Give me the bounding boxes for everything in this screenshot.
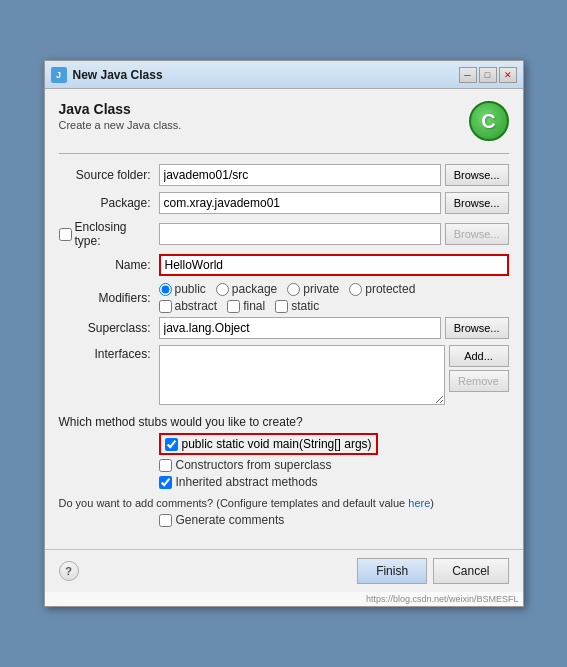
footer-right: Finish Cancel [357, 558, 508, 584]
source-folder-row: Source folder: Browse... [59, 164, 509, 186]
stub-superclass-item: Constructors from superclass [159, 458, 509, 472]
title-bar: J New Java Class ─ □ ✕ [45, 61, 523, 89]
modifier-private-radio[interactable] [287, 283, 300, 296]
window-title: New Java Class [73, 68, 459, 82]
superclass-browse-button[interactable]: Browse... [445, 317, 509, 339]
modifier-protected: protected [349, 282, 415, 296]
modifier-private-label: private [303, 282, 339, 296]
comments-question-line: Do you want to add comments? (Configure … [59, 497, 509, 509]
modifier-abstract: abstract [159, 299, 218, 313]
modifier-public-label: public [175, 282, 206, 296]
cancel-button[interactable]: Cancel [433, 558, 508, 584]
superclass-row: Superclass: Browse... [59, 317, 509, 339]
source-folder-input[interactable] [159, 164, 441, 186]
finish-button[interactable]: Finish [357, 558, 427, 584]
name-label: Name: [59, 258, 159, 272]
dialog-title: Java Class [59, 101, 182, 117]
stub-superclass-label: Constructors from superclass [176, 458, 332, 472]
package-input[interactable] [159, 192, 441, 214]
maximize-button[interactable]: □ [479, 67, 497, 83]
source-folder-label: Source folder: [59, 168, 159, 182]
interfaces-row: Interfaces: Add... Remove [59, 345, 509, 405]
header-text: Java Class Create a new Java class. [59, 101, 182, 131]
modifiers-checkbox-group: abstract final static [159, 299, 416, 313]
comments-question-prefix: Do you want to add comments? (Configure … [59, 497, 409, 509]
minimize-button[interactable]: ─ [459, 67, 477, 83]
modifier-static-checkbox[interactable] [275, 300, 288, 313]
interfaces-textarea[interactable] [159, 345, 445, 405]
stubs-question: Which method stubs would you like to cre… [59, 415, 509, 429]
stub-inherited-item: Inherited abstract methods [159, 475, 509, 489]
modifiers-row: Modifiers: public package private [59, 282, 509, 313]
help-button[interactable]: ? [59, 561, 79, 581]
enclosing-type-row: Enclosing type: Browse... [59, 220, 509, 248]
modifiers-radio-group: public package private protected [159, 282, 416, 296]
superclass-label: Superclass: [59, 321, 159, 335]
footer-left: ? [59, 561, 79, 581]
generate-comments-label: Generate comments [176, 513, 285, 527]
dialog-subtitle: Create a new Java class. [59, 119, 182, 131]
comments-section: Do you want to add comments? (Configure … [59, 497, 509, 527]
stub-main-checkbox[interactable] [165, 438, 178, 451]
enclosing-type-label: Enclosing type: [75, 220, 151, 248]
modifier-static-label: static [291, 299, 319, 313]
modifier-public: public [159, 282, 206, 296]
comments-here-link[interactable]: here [408, 497, 430, 509]
generate-comments-item: Generate comments [159, 513, 509, 527]
dialog-footer: ? Finish Cancel [45, 549, 523, 592]
package-browse-button[interactable]: Browse... [445, 192, 509, 214]
modifier-abstract-checkbox[interactable] [159, 300, 172, 313]
modifier-abstract-label: abstract [175, 299, 218, 313]
modifiers-inner: public package private protected [159, 282, 416, 313]
watermark: https://blog.csdn.net/weixin/BSMESFL [45, 592, 523, 606]
name-input[interactable] [159, 254, 509, 276]
modifier-static: static [275, 299, 319, 313]
header-section: Java Class Create a new Java class. C [59, 101, 509, 141]
modifier-package-label: package [232, 282, 277, 296]
enclosing-type-input [159, 223, 441, 245]
stub-inherited-label: Inherited abstract methods [176, 475, 318, 489]
stubs-items: public static void main(String[] args) C… [159, 433, 509, 489]
generate-comments-checkbox[interactable] [159, 514, 172, 527]
comments-question-suffix: ) [430, 497, 434, 509]
modifier-package: package [216, 282, 277, 296]
enclosing-type-checkbox[interactable] [59, 228, 72, 241]
stub-inherited-checkbox[interactable] [159, 476, 172, 489]
modifier-final-label: final [243, 299, 265, 313]
java-logo: C [469, 101, 509, 141]
remove-interface-button: Remove [449, 370, 509, 392]
modifiers-label: Modifiers: [59, 291, 159, 305]
stub-main-item: public static void main(String[] args) [159, 433, 378, 455]
stub-superclass-checkbox[interactable] [159, 459, 172, 472]
enclosing-type-browse-button: Browse... [445, 223, 509, 245]
package-label: Package: [59, 196, 159, 210]
name-row: Name: [59, 254, 509, 276]
modifier-protected-radio[interactable] [349, 283, 362, 296]
interfaces-buttons: Add... Remove [449, 345, 509, 392]
package-row: Package: Browse... [59, 192, 509, 214]
superclass-input[interactable] [159, 317, 441, 339]
stub-main-label: public static void main(String[] args) [182, 437, 372, 451]
modifier-final-checkbox[interactable] [227, 300, 240, 313]
window-icon: J [51, 67, 67, 83]
add-interface-button[interactable]: Add... [449, 345, 509, 367]
modifier-private: private [287, 282, 339, 296]
window-controls: ─ □ ✕ [459, 67, 517, 83]
close-button[interactable]: ✕ [499, 67, 517, 83]
modifier-public-radio[interactable] [159, 283, 172, 296]
source-folder-browse-button[interactable]: Browse... [445, 164, 509, 186]
modifier-package-radio[interactable] [216, 283, 229, 296]
stubs-section: Which method stubs would you like to cre… [59, 415, 509, 489]
dialog-content: Java Class Create a new Java class. C So… [45, 89, 523, 549]
header-separator [59, 153, 509, 154]
interfaces-label: Interfaces: [59, 345, 159, 361]
modifier-protected-label: protected [365, 282, 415, 296]
main-window: J New Java Class ─ □ ✕ Java Class Create… [44, 60, 524, 607]
modifier-final: final [227, 299, 265, 313]
